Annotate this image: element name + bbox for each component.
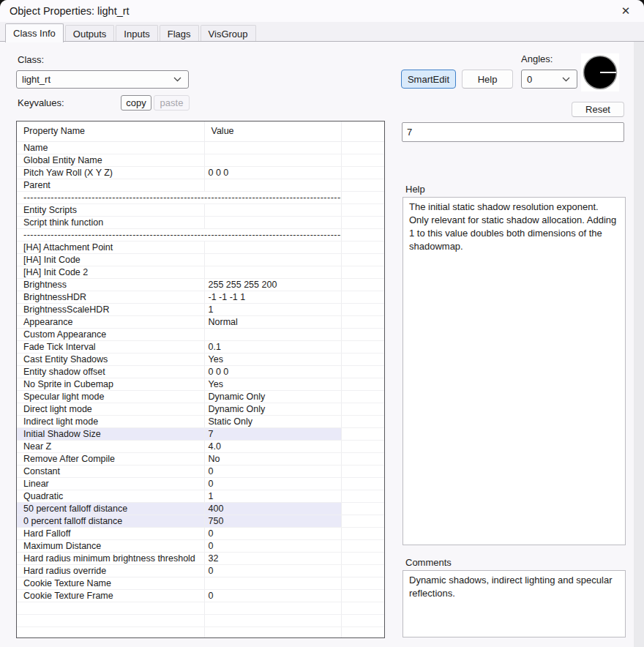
property-name-cell[interactable]: Custom Appearance (17, 328, 204, 340)
property-value-cell[interactable] (204, 328, 341, 340)
property-row[interactable]: Fade Tick Interval0.1 (17, 340, 384, 353)
property-name-cell[interactable] (17, 614, 204, 627)
property-value-cell[interactable]: Normal (204, 315, 341, 328)
property-value-cell[interactable]: 7 (204, 427, 341, 440)
property-value-cell[interactable]: 0 0 0 (204, 166, 341, 179)
property-row[interactable]: Near Z4.0 (17, 440, 384, 452)
property-row[interactable] (17, 602, 384, 614)
property-value-cell[interactable]: 1 (204, 490, 341, 502)
property-name-cell[interactable]: Near Z (17, 440, 204, 452)
property-value-cell[interactable]: Static Only (204, 415, 341, 427)
property-value-cell[interactable] (204, 602, 341, 614)
close-icon[interactable]: ✕ (613, 1, 638, 20)
property-value-cell[interactable]: 255 255 255 200 (204, 278, 341, 291)
property-row[interactable]: [HA] Init Code (17, 253, 384, 266)
property-value-cell[interactable]: 4.0 (204, 440, 341, 452)
property-row[interactable]: BrightnessScaleHDR1 (17, 303, 384, 315)
property-row[interactable]: Entity Scripts (17, 203, 384, 216)
property-name-cell[interactable]: Specular light mode (17, 390, 204, 403)
property-row[interactable] (17, 627, 384, 638)
property-value-cell[interactable] (204, 154, 341, 166)
property-name-cell[interactable]: [HA] Attachment Point (17, 241, 204, 253)
property-name-cell[interactable]: 50 percent falloff distance (17, 502, 204, 515)
property-name-cell[interactable]: Entity Scripts (17, 203, 204, 216)
property-row[interactable]: Script think function (17, 216, 384, 228)
property-row[interactable]: Indirect light modeStatic Only (17, 415, 384, 427)
property-value-cell[interactable]: 0 (204, 564, 341, 577)
property-row[interactable]: Linear0 (17, 477, 384, 490)
property-name-cell[interactable]: Fade Tick Interval (17, 340, 204, 353)
property-row[interactable]: Global Entity Name (17, 154, 384, 166)
property-value-cell[interactable] (204, 266, 341, 278)
property-value-cell[interactable] (204, 179, 341, 191)
property-row[interactable]: Cookie Texture Frame0 (17, 589, 384, 602)
property-value-cell[interactable] (204, 203, 341, 216)
property-name-cell[interactable]: [HA] Init Code (17, 253, 204, 266)
property-name-cell[interactable]: Script think function (17, 216, 204, 228)
property-name-cell[interactable]: Indirect light mode (17, 415, 204, 427)
property-value-cell[interactable]: 750 (204, 515, 341, 527)
property-row[interactable]: [HA] Attachment Point (17, 241, 384, 253)
property-value-cell[interactable]: Dynamic Only (204, 403, 341, 415)
property-value-cell[interactable]: Dynamic Only (204, 390, 341, 403)
property-name-cell[interactable]: Hard radius minimum brightness threshold (17, 552, 204, 564)
property-value-cell[interactable]: No (204, 452, 341, 465)
property-value-cell[interactable]: Yes (204, 353, 341, 365)
property-row[interactable]: Custom Appearance (17, 328, 384, 340)
property-value-input[interactable] (402, 122, 624, 142)
property-row[interactable]: Specular light modeDynamic Only (17, 390, 384, 403)
property-value-cell[interactable]: 0 (204, 527, 341, 539)
property-value-cell[interactable]: -1 -1 -1 1 (204, 291, 341, 303)
property-row[interactable]: Cast Entity ShadowsYes (17, 353, 384, 365)
property-value-cell[interactable] (204, 577, 341, 589)
property-name-cell[interactable]: Appearance (17, 315, 204, 328)
paste-button[interactable]: paste (154, 95, 190, 111)
comments-input[interactable]: Dynamic shadows, indirect lighting and s… (402, 570, 626, 637)
property-row[interactable]: Pitch Yaw Roll (X Y Z)0 0 0 (17, 166, 384, 179)
tab-outputs[interactable]: Outputs (65, 25, 115, 42)
property-value-cell[interactable] (204, 627, 341, 638)
property-name-cell[interactable]: Direct light mode (17, 403, 204, 415)
property-name-cell[interactable]: Entity shadow offset (17, 365, 204, 378)
property-row[interactable]: Name (17, 141, 384, 154)
property-value-cell[interactable] (204, 241, 341, 253)
property-separator-row[interactable]: ----------------------------------------… (17, 191, 384, 203)
angle-dial[interactable] (581, 53, 619, 91)
property-row[interactable] (17, 614, 384, 627)
property-name-cell[interactable]: Linear (17, 477, 204, 490)
property-name-cell[interactable] (17, 627, 204, 638)
property-name-cell[interactable]: Remove After Compile (17, 452, 204, 465)
property-row[interactable]: Direct light modeDynamic Only (17, 403, 384, 415)
property-row[interactable]: Maximum Distance0 (17, 539, 384, 552)
property-name-cell[interactable]: Parent (17, 179, 204, 191)
property-row[interactable]: BrightnessHDR-1 -1 -1 1 (17, 291, 384, 303)
tab-class-info[interactable]: Class Info (5, 23, 64, 42)
property-name-cell[interactable]: Global Entity Name (17, 154, 204, 166)
property-separator-row[interactable]: ----------------------------------------… (17, 228, 384, 241)
property-row[interactable]: Entity shadow offset0 0 0 (17, 365, 384, 378)
property-row[interactable]: Initial Shadow Size7 (17, 427, 384, 440)
property-value-cell[interactable]: 0 (204, 539, 341, 552)
property-name-cell[interactable]: Quadratic (17, 490, 204, 502)
property-name-cell[interactable]: Constant (17, 465, 204, 477)
property-name-cell[interactable]: Brightness (17, 278, 204, 291)
property-value-cell[interactable]: 0 (204, 465, 341, 477)
property-name-cell[interactable]: Pitch Yaw Roll (X Y Z) (17, 166, 204, 179)
property-name-cell[interactable]: Name (17, 141, 204, 154)
property-value-cell[interactable]: 0.1 (204, 340, 341, 353)
property-name-cell[interactable]: Maximum Distance (17, 539, 204, 552)
property-name-cell[interactable]: No Sprite in Cubemap (17, 378, 204, 390)
property-value-cell[interactable]: 32 (204, 552, 341, 564)
help-button[interactable]: Help (462, 70, 513, 89)
angles-dropdown[interactable]: 0 (521, 70, 577, 89)
property-row[interactable]: Hard radius minimum brightness threshold… (17, 552, 384, 564)
property-row[interactable]: Remove After CompileNo (17, 452, 384, 465)
property-value-cell[interactable] (204, 614, 341, 627)
property-row[interactable]: 50 percent falloff distance400 (17, 502, 384, 515)
property-value-cell[interactable]: 0 (204, 589, 341, 602)
property-row[interactable]: Hard Falloff0 (17, 527, 384, 539)
property-name-cell[interactable] (17, 602, 204, 614)
tab-visgroup[interactable]: VisGroup (201, 25, 256, 42)
property-value-cell[interactable]: 1 (204, 303, 341, 315)
property-row[interactable]: [HA] Init Code 2 (17, 266, 384, 278)
